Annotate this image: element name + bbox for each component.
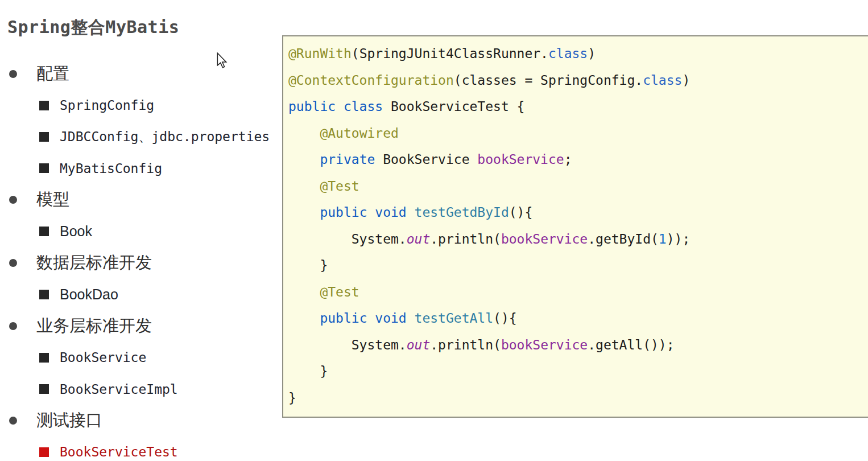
code-content: @RunWith(SpringJUnit4ClassRunner.class)@… xyxy=(288,40,868,411)
outline-item: 配置 xyxy=(0,58,282,89)
code-token: (){ xyxy=(509,205,533,220)
outline-label: BookDao xyxy=(0,286,118,303)
code-token: System. xyxy=(288,232,407,246)
code-token: out xyxy=(407,337,431,352)
code-token: 1 xyxy=(659,232,667,246)
outline-subitem: JDBCConfig、jdbc.properties xyxy=(0,121,282,153)
bullet-square-icon xyxy=(39,384,49,394)
outline-item: 业务层标准开发 xyxy=(0,310,282,341)
code-token: } xyxy=(288,390,296,405)
code-token: @ContextConfiguration xyxy=(288,73,454,88)
outline-label: BookServiceTest xyxy=(0,444,178,459)
code-block: @RunWith(SpringJUnit4ClassRunner.class)@… xyxy=(282,35,868,418)
bullet-square-icon xyxy=(39,227,49,236)
code-token: @Autowired xyxy=(320,126,398,141)
code-line: System.out.println(bookService.getAll())… xyxy=(288,332,868,359)
code-line: @RunWith(SpringJUnit4ClassRunner.class) xyxy=(288,40,868,67)
code-token: } xyxy=(288,364,328,378)
code-token: (){ xyxy=(493,311,517,326)
code-token xyxy=(288,311,320,326)
code-line: public void testGetdById(){ xyxy=(288,199,868,226)
code-token: (SpringJUnit4ClassRunner. xyxy=(352,46,548,61)
code-token: .println( xyxy=(430,232,501,246)
code-token: ) xyxy=(682,73,690,88)
code-line: @Test xyxy=(288,279,868,306)
code-line: } xyxy=(288,252,868,279)
code-token: bookService xyxy=(501,232,588,246)
code-token: ; xyxy=(564,152,572,167)
code-token: @RunWith xyxy=(288,46,352,61)
code-token: class xyxy=(548,46,588,61)
code-token: bookService xyxy=(477,152,564,167)
bullet-circle-icon xyxy=(9,417,17,425)
code-token: public class xyxy=(288,99,383,114)
code-token: @Test xyxy=(320,285,359,299)
outline-item: 模型 xyxy=(0,184,282,216)
code-token: ) xyxy=(588,46,596,61)
outline-subitem: SpringConfig xyxy=(0,89,282,121)
code-line: } xyxy=(288,358,868,385)
code-line: private BookService bookService; xyxy=(288,146,868,173)
bullet-circle-icon xyxy=(9,259,17,267)
outline-subitem: Book xyxy=(0,216,282,247)
code-token: System. xyxy=(288,337,407,352)
code-token: .getById( xyxy=(588,232,659,246)
bullet-square-icon xyxy=(39,353,49,363)
code-line: @Autowired xyxy=(288,120,868,147)
outline-subitem: BookServiceImpl xyxy=(0,373,282,405)
code-token xyxy=(407,205,415,220)
outline-item: 数据层标准开发 xyxy=(0,247,282,278)
outline-label: BookServiceImpl xyxy=(0,382,178,397)
bullet-circle-icon xyxy=(9,322,17,330)
outline-subitem: BookService xyxy=(0,342,282,373)
code-line: public class BookServiceTest { xyxy=(288,93,868,120)
code-token: class xyxy=(643,73,682,88)
bullet-square-icon xyxy=(39,101,49,110)
outline-subitem: BookServiceTest xyxy=(0,437,282,461)
bullet-square-icon xyxy=(39,447,49,457)
code-line: @ContextConfiguration(classes = SpringCo… xyxy=(288,67,868,94)
code-line: System.out.println(bookService.getById(1… xyxy=(288,226,868,253)
code-token: testGetdById xyxy=(415,205,509,220)
code-token: } xyxy=(288,258,328,273)
code-token: @Test xyxy=(320,179,359,194)
outline-label: 数据层标准开发 xyxy=(0,252,152,274)
outline-item: 测试接口 xyxy=(0,405,282,436)
code-token: private xyxy=(320,152,375,167)
bullet-square-icon xyxy=(39,163,49,173)
outline-label: BookService xyxy=(0,350,146,365)
code-token: public void xyxy=(320,205,406,220)
outline-subitem: MyBatisConfig xyxy=(0,153,282,184)
code-token: .println( xyxy=(430,337,501,352)
code-line: } xyxy=(288,385,868,411)
bullet-square-icon xyxy=(39,290,49,299)
outline-label: MyBatisConfig xyxy=(0,161,162,176)
code-token xyxy=(288,126,320,141)
outline-label: 业务层标准开发 xyxy=(0,315,152,337)
code-token: out xyxy=(407,232,431,246)
bullet-circle-icon xyxy=(9,70,17,78)
code-token: .getAll()); xyxy=(588,337,674,352)
bullet-square-icon xyxy=(39,132,49,142)
code-line: public void testGetAll(){ xyxy=(288,305,868,332)
code-line: @Test xyxy=(288,173,868,200)
outline-list: 配置SpringConfigJDBCConfig、jdbc.properties… xyxy=(0,58,282,461)
code-token: (classes = SpringConfig. xyxy=(454,73,643,88)
page-title: Spring整合MyBatis xyxy=(7,16,179,39)
code-token xyxy=(288,152,320,167)
code-token xyxy=(288,285,320,299)
code-token xyxy=(288,205,320,220)
code-token: testGetAll xyxy=(415,311,493,326)
code-token: BookServiceTest { xyxy=(383,99,524,114)
outline-subitem: BookDao xyxy=(0,279,282,310)
code-token xyxy=(407,311,415,326)
code-token: BookService xyxy=(375,152,477,167)
code-token: bookService xyxy=(501,337,588,352)
code-token: )); xyxy=(667,232,691,246)
code-token: public void xyxy=(320,311,406,326)
code-token xyxy=(288,179,320,194)
mouse-cursor-icon xyxy=(216,52,228,68)
outline-label: SpringConfig xyxy=(0,98,154,113)
